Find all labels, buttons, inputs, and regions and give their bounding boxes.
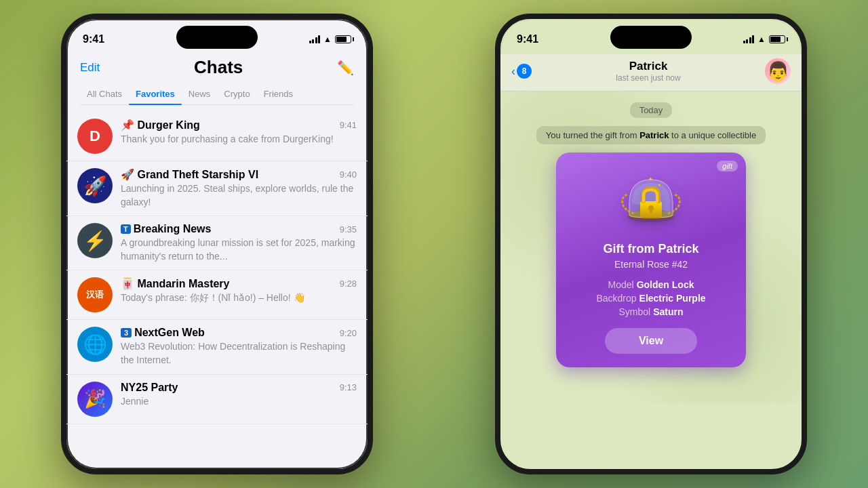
gift-detail-label-symbol: Symbol [618,306,650,317]
chat-item-durger-king[interactable]: D 📌 Durger King 9:41 Thank you for purch… [66,112,368,161]
avatar-ny25: 🎉 [77,382,113,417]
status-icons-right: ▲ [743,35,785,44]
gift-view-button[interactable]: View [605,328,697,354]
contact-avatar-image: 👨 [766,60,790,83]
chat-item-mandarin[interactable]: 汉语 🀄 Mandarin Mastery 9:28 Today's phras… [66,270,368,320]
signal-icon-right [743,35,755,43]
gift-detail-value-symbol: Saturn [653,306,683,317]
chat-time-mandarin: 9:28 [340,279,357,289]
contact-name: Patrick [537,60,760,73]
chat-time-gts: 9:40 [340,169,357,180]
gift-detail-symbol: Symbol Saturn [570,306,732,317]
tab-all-chats[interactable]: All Chats [80,83,129,104]
chat-preview-mandarin: Today's phrase: 你好！(Nǐ hǎo!) – Hello! 👋 [121,291,357,305]
chat-top-row-breaking: T Breaking News 9:35 [121,223,357,235]
avatar-nextgen: 🌐 [77,327,113,362]
chat-item-nextgen[interactable]: 🌐 3 NextGen Web 9:20 Web3 Revolution: Ho… [66,320,368,374]
right-phone: 9:41 ▲ ‹ 8 Patrick last seen just now [495,14,807,474]
gift-detail-model: Model Golden Lock [570,279,732,290]
avatar-breaking-news: ⚡ [77,223,113,258]
time-left: 9:41 [83,33,104,45]
gift-detail-label-backdrop: Backdrop [596,293,636,304]
back-chevron-icon: ‹ [511,64,515,79]
chat-name-ny25: NY25 Party [121,382,178,394]
right-phone-content: ‹ 8 Patrick last seen just now 👨 Today Y… [500,54,802,469]
tab-crypto[interactable]: Crypto [217,83,256,104]
status-icons-left: ▲ [309,35,351,44]
contact-status: last seen just now [537,73,760,83]
gift-detail-value-backdrop: Electric Purple [639,293,706,304]
gift-details: Model Golden Lock Backdrop Electric Purp… [570,279,732,317]
tab-news[interactable]: News [182,83,218,104]
svg-text:✦: ✦ [648,176,653,182]
compose-icon[interactable]: ✏️ [337,60,354,76]
battery-icon-right [769,35,785,43]
chat-list: D 📌 Durger King 9:41 Thank you for purch… [66,112,368,424]
gift-detail-label-model: Model [608,279,634,290]
chat-time-nextgen: 9:20 [340,328,357,338]
chat-top-row-mandarin: 🀄 Mandarin Mastery 9:28 [121,277,357,290]
system-message-text: You turned the gift from Patrick to a un… [546,130,756,140]
system-message: You turned the gift from Patrick to a un… [536,126,766,144]
chat-preview-gts: Launching in 2025. Steal ships, explore … [121,182,357,209]
avatar-durger-king: D [77,119,113,154]
chat-detail-body: Today You turned the gift from Patrick t… [500,92,802,403]
chat-content-nextgen: 3 NextGen Web 9:20 Web3 Revolution: How … [121,327,357,367]
gift-detail-value-model: Golden Lock [637,279,694,290]
chat-name-nextgen: 3 NextGen Web [121,327,205,339]
chat-time-ny25: 9:13 [340,382,357,392]
date-separator: Today [630,102,673,118]
tab-friends[interactable]: Friends [257,83,300,104]
dynamic-island-right [610,26,692,49]
chat-item-breaking-news[interactable]: ⚡ T Breaking News 9:35 A groundbreaking … [66,216,368,270]
chat-top-row-nextgen: 3 NextGen Web 9:20 [121,327,357,339]
gift-subtitle: Eternal Rose #42 [614,259,688,270]
contact-avatar[interactable]: 👨 [765,58,791,84]
chat-preview-durger-king: Thank you for purchasing a cake from Dur… [121,133,357,146]
left-phone: 9:41 ▲ Edit Chats ✏️ All Chats [61,14,373,474]
gift-card: gift [556,152,746,367]
svg-rect-5 [650,208,652,213]
chat-content-gts: 🚀 Grand Theft Starship VI 9:40 Launching… [121,168,357,209]
chats-header: Edit Chats ✏️ All Chats Favorites News C… [66,54,368,112]
tab-favorites[interactable]: Favorites [129,83,182,104]
wifi-icon-right: ▲ [757,35,766,44]
back-button[interactable]: ‹ 8 [511,64,532,79]
gift-detail-backdrop: Backdrop Electric Purple [570,293,732,304]
battery-icon [335,35,351,43]
avatar-gts: 🚀 [77,168,113,203]
edit-button[interactable]: Edit [80,61,100,75]
chat-content-mandarin: 🀄 Mandarin Mastery 9:28 Today's phrase: … [121,277,357,305]
system-message-bold: Patrick [639,130,669,140]
avatar-mandarin: 汉语 [77,277,113,312]
chat-content-breaking-news: T Breaking News 9:35 A groundbreaking lu… [121,223,357,263]
gift-title: Gift from Patrick [603,242,698,256]
chat-name-breaking-news: T Breaking News [121,223,211,235]
svg-text:✦: ✦ [658,183,661,187]
signal-icon [309,35,321,43]
dynamic-island-left [176,26,258,49]
chats-title: Chats [194,57,243,78]
wifi-icon: ▲ [323,35,332,44]
chat-preview-breaking-news: A groundbreaking lunar mission is set fo… [121,237,357,263]
chat-preview-ny25: Jennie [121,395,357,409]
chat-time-breaking-news: 9:35 [340,224,357,235]
chat-detail-header: ‹ 8 Patrick last seen just now 👨 [500,54,802,92]
chat-name-mandarin: 🀄 Mandarin Mastery [121,277,229,290]
back-badge: 8 [517,64,532,79]
chat-top-row-ny25: NY25 Party 9:13 [121,382,357,394]
left-phone-content: Edit Chats ✏️ All Chats Favorites News C… [66,54,368,469]
header-center: Patrick last seen just now [537,60,760,83]
chat-name-durger-king: 📌 Durger King [121,119,200,131]
chat-top-row: 📌 Durger King 9:41 [121,119,357,131]
chat-item-ny25[interactable]: 🎉 NY25 Party 9:13 Jennie [66,375,368,424]
chat-top-row-gts: 🚀 Grand Theft Starship VI 9:40 [121,168,357,181]
chat-preview-nextgen: Web3 Revolution: How Decentralization is… [121,340,357,367]
chat-name-gts: 🚀 Grand Theft Starship VI [121,168,258,181]
time-right: 9:41 [517,33,538,45]
chats-title-row: Edit Chats ✏️ [80,57,354,78]
chat-content-durger-king: 📌 Durger King 9:41 Thank you for purchas… [121,119,357,146]
chat-time-durger-king: 9:41 [340,120,357,130]
chat-item-gts[interactable]: 🚀 🚀 Grand Theft Starship VI 9:40 Launchi… [66,161,368,216]
tabs-row: All Chats Favorites News Crypto Friends [80,83,354,105]
